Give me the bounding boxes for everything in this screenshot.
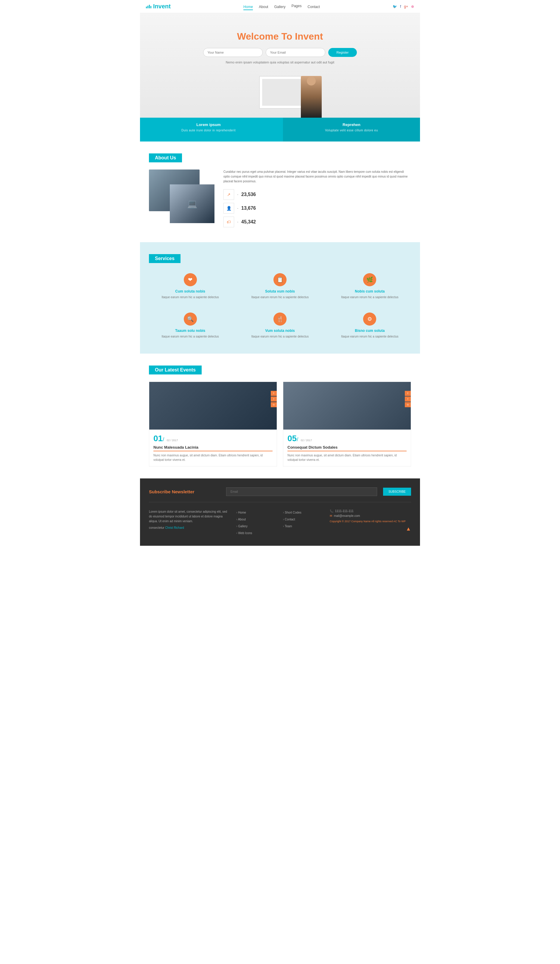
nav-links: Home About Gallery Pages Contact — [243, 4, 320, 9]
stat-value-3: 45,342 — [241, 219, 256, 225]
service-desc-2: Itaque earum rerum hic a sapiente delect… — [242, 295, 318, 300]
service-icon-6: ⚙ — [363, 313, 376, 326]
services-section-title: Services — [149, 254, 181, 263]
event-title-2: Consequat Dictum Sodales — [287, 445, 407, 451]
event-social-twitter-2[interactable]: T — [405, 391, 411, 396]
stat-row-3: 🏷 - 45,342 — [223, 217, 411, 227]
teal-right-desc: Voluptate velit esse cillum dolore eu — [292, 129, 411, 132]
footer-col-links2: Short Codes Contact Team — [283, 510, 324, 537]
stat-value-2: 13,676 — [241, 205, 256, 211]
hero-email-input[interactable] — [266, 48, 325, 57]
footer-link-gallery[interactable]: Gallery — [236, 524, 247, 528]
service-desc-1: Itaque earum rerum hic a sapiente delect… — [152, 295, 228, 300]
service-item-4: 🔍 Taaum solu nobis Itaque earum rerum hi… — [149, 309, 231, 342]
hero-name-input[interactable] — [203, 48, 263, 57]
event-social-facebook-2[interactable]: f — [405, 397, 411, 402]
events-grid: T f G 01/ 02 / 2017 Nunc Malesuada Lacin… — [149, 382, 411, 467]
footer-email-address: mail@example.com — [334, 514, 360, 518]
footer-links-col3: Short Codes Contact Team — [283, 510, 324, 528]
social-facebook[interactable]: f — [400, 5, 401, 9]
about-section-title: About Us — [149, 153, 182, 162]
event-body-1: 01/ 02 / 2017 Nunc Malesuada Lacinia Nun… — [149, 430, 277, 466]
event-date-row-2: 05/ 02 / 2017 — [287, 434, 407, 443]
nav-gallery[interactable]: Gallery — [274, 5, 285, 9]
footer-link-webicons[interactable]: Web Icons — [236, 531, 252, 535]
teal-band-right: Reprehen Voluptate velit esse cillum dol… — [283, 118, 420, 142]
service-desc-5: Itaque earum rerum hic a sapiente delect… — [242, 334, 318, 339]
footer-link-about[interactable]: About — [236, 518, 246, 521]
service-item-3: 🌿 Nobis cum soluta Itaque earum rerum hi… — [329, 270, 411, 302]
service-desc-4: Itaque earum rerum hic a sapiente delect… — [152, 334, 228, 339]
service-item-6: ⚙ Bisno cum soluta Itaque earum rerum hi… — [329, 309, 411, 342]
service-desc-3: Itaque earum rerum hic a sapiente delect… — [332, 295, 408, 300]
event-social-google-2[interactable]: G — [405, 402, 411, 407]
brand: Invent — [146, 3, 171, 10]
event-card-2: T f G 05/ 02 / 2017 Consequat Dictum Sod… — [283, 382, 411, 467]
hero-tagline: Nemo enim ipsam voluptatem quia voluptas… — [146, 60, 414, 64]
service-icon-3: 🌿 — [363, 273, 376, 286]
footer-col-contact: 📞 1111-111-111 ✉ mail@example.com Copyri… — [330, 510, 411, 537]
stat-value-1: 23,536 — [241, 192, 256, 197]
event-social-twitter-1[interactable]: T — [271, 391, 277, 396]
footer-link-shortcodes[interactable]: Short Codes — [283, 511, 301, 514]
nav-pages[interactable]: Pages — [291, 4, 301, 8]
about-images: 👥 💻 — [149, 169, 215, 223]
footer-columns: Lorem ipsum dolor sit amet, consectetur … — [149, 510, 411, 537]
hero-heading: Welcome To Invent — [146, 31, 414, 42]
nav-contact[interactable]: Contact — [308, 5, 320, 9]
footer-subscribe-button[interactable]: SUBSCRIBE — [383, 488, 411, 496]
event-date-small-2: 02 / 2017 — [301, 439, 312, 442]
service-title-4: Taaum solu nobis — [152, 329, 228, 333]
footer-col-about: Lorem ipsum dolor sit amet, consectetur … — [149, 510, 230, 537]
about-image-2: 💻 — [170, 184, 215, 223]
nav-home[interactable]: Home — [243, 5, 253, 10]
email-icon: ✉ — [330, 514, 332, 518]
hero-heading-normal: Welcome To — [237, 31, 295, 42]
navbar: Invent Home About Gallery Pages Contact … — [140, 0, 420, 13]
tag-icon: 🏷 — [223, 217, 234, 227]
event-social-google-1[interactable]: G — [271, 402, 277, 407]
footer-links-col2: Home About Gallery Web Icons — [236, 510, 277, 535]
about-content: 👥 💻 Curabitur nec purus eget uma pulvina… — [149, 169, 411, 230]
footer: Subscribe Newsletter SUBSCRIBE Lorem ips… — [140, 479, 420, 546]
brand-bars-icon — [146, 5, 151, 8]
social-dribbble[interactable]: ⊕ — [411, 5, 414, 9]
hero-image-area — [146, 70, 414, 118]
footer-about-text: Lorem ipsum dolor sit amet, consectetur … — [149, 510, 230, 524]
social-twitter[interactable]: 🐦 — [392, 5, 397, 9]
footer-newsletter-row: Subscribe Newsletter SUBSCRIBE — [149, 487, 411, 502]
footer-link-contact[interactable]: Contact — [283, 518, 295, 521]
footer-link-team[interactable]: Team — [283, 524, 292, 528]
nav-social: 🐦 f g+ ⊕ — [392, 5, 414, 9]
teal-band: Lorem ipsum Duis aute irure dolor in rep… — [140, 118, 420, 142]
event-desc-2: Nunc non maximus augue, sit amet dictum … — [287, 453, 407, 462]
service-title-3: Nobis cum soluta — [332, 289, 408, 293]
services-grid: ❤ Cum soluta nobis Itaque earum rerum hi… — [149, 270, 411, 342]
event-desc-1: Nunc non maximus augue, sit amet dictum … — [153, 453, 273, 462]
nav-about[interactable]: About — [259, 5, 268, 9]
services-section: Services ❤ Cum soluta nobis Itaque earum… — [140, 242, 420, 353]
hero-section: Welcome To Invent Register Nemo enim ips… — [140, 13, 420, 118]
event-social-facebook-1[interactable]: f — [271, 397, 277, 402]
footer-email-input[interactable] — [226, 487, 377, 496]
hero-register-button[interactable]: Register — [328, 48, 357, 57]
footer-copyright-link: AC To WP — [393, 520, 405, 523]
about-section: About Us 👥 💻 Curabitur nec purus eget um… — [140, 142, 420, 242]
share-icon: ↗ — [223, 189, 234, 200]
event-image-2: T f G — [283, 382, 411, 430]
footer-logo-icon: ▲ — [330, 526, 411, 532]
teal-divider-icon — [277, 118, 283, 142]
stat-row-1: ↗ - 23,536 — [223, 189, 411, 200]
service-icon-1: ❤ — [184, 273, 197, 286]
brand-name: Invent — [153, 3, 171, 10]
hero-form: Register — [146, 48, 414, 57]
event-date-big-2: 05 — [287, 434, 297, 443]
event-social-sidebar-2: T f G — [405, 391, 411, 407]
service-title-6: Bisno cum soluta — [332, 329, 408, 333]
footer-col-links1: Home About Gallery Web Icons — [236, 510, 277, 537]
footer-newsletter-title: Subscribe Newsletter — [149, 489, 220, 494]
social-googleplus[interactable]: g+ — [404, 5, 408, 9]
footer-author-link[interactable]: Christ Richard — [165, 526, 184, 529]
about-description: Curabitur nec purus eget uma pulvinar pl… — [223, 169, 411, 184]
footer-link-home[interactable]: Home — [236, 511, 246, 514]
